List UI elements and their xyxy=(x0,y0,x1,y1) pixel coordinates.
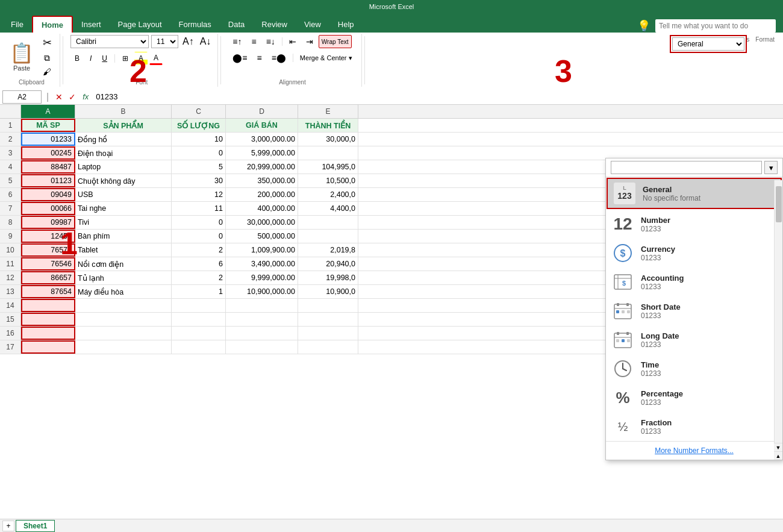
cell-a2[interactable]: 01233 xyxy=(21,133,75,146)
cell-b3[interactable]: Điện thoại xyxy=(75,146,172,160)
cell-c1[interactable]: SỐ LƯỢNG xyxy=(172,119,226,132)
cell-c17[interactable] xyxy=(172,340,226,354)
row-num-13[interactable]: 13 xyxy=(0,285,21,298)
cell-d2[interactable]: 3,000,000.00 xyxy=(226,133,298,146)
format-item-fraction[interactable]: ½ Fraction 01233 xyxy=(606,412,782,441)
cell-e11[interactable]: 20,940,0 xyxy=(298,257,358,271)
cell-e4[interactable]: 104,995,0 xyxy=(298,160,358,174)
cell-a14[interactable] xyxy=(21,299,75,312)
tab-home[interactable]: Home xyxy=(32,16,73,33)
row-num-7[interactable]: 7 xyxy=(0,202,21,215)
cell-b14[interactable] xyxy=(75,299,172,312)
cell-c10[interactable]: 2 xyxy=(172,243,226,257)
scroll-up-button[interactable]: ▲ xyxy=(774,451,782,460)
cell-e2[interactable]: 30,000,0 xyxy=(298,133,358,146)
row-num-1[interactable]: 1 xyxy=(0,119,21,132)
bottom-align-button[interactable]: ≡↓ xyxy=(262,35,279,48)
cell-a15[interactable] xyxy=(21,313,75,326)
cell-a6[interactable]: 09049 xyxy=(21,188,75,201)
cell-d17[interactable] xyxy=(226,340,298,354)
col-header-c[interactable]: C xyxy=(172,105,226,118)
cell-c4[interactable]: 5 xyxy=(172,160,226,174)
increase-font-button[interactable]: A↑ xyxy=(181,36,196,48)
format-item-percentage[interactable]: % Percentage 01233 xyxy=(606,383,782,412)
bold-button[interactable]: B xyxy=(70,52,84,65)
indent-right-button[interactable]: ⇥ xyxy=(302,35,317,48)
tab-help[interactable]: Help xyxy=(329,16,363,33)
col-header-d[interactable]: D xyxy=(226,105,298,118)
tab-page-layout[interactable]: Page Layout xyxy=(110,16,170,33)
cell-c5[interactable]: 30 xyxy=(172,174,226,187)
cell-b7[interactable]: Tai nghe xyxy=(75,202,172,215)
cell-b5[interactable]: Chuột không dây xyxy=(75,174,172,187)
tab-formulas[interactable]: Formulas xyxy=(170,16,220,33)
center-align-button[interactable]: ≡ xyxy=(253,51,266,64)
cell-b12[interactable]: Tủ lạnh xyxy=(75,271,172,284)
cell-d5[interactable]: 350,000.00 xyxy=(226,174,298,187)
cell-b17[interactable] xyxy=(75,340,172,354)
top-align-button[interactable]: ≡↑ xyxy=(228,35,246,48)
row-num-4[interactable]: 4 xyxy=(0,160,21,174)
cell-c13[interactable]: 1 xyxy=(172,285,226,298)
formula-confirm-button[interactable]: ✓ xyxy=(67,92,78,102)
format-item-short-date[interactable]: Short Date 01233 xyxy=(606,296,782,325)
right-align-button[interactable]: ≡⬤ xyxy=(267,51,290,64)
cell-a1[interactable]: MÃ SP xyxy=(21,119,75,132)
cell-b2[interactable]: Đồng hồ xyxy=(75,133,172,146)
tab-data[interactable]: Data xyxy=(220,16,253,33)
cell-b15[interactable] xyxy=(75,313,172,326)
cell-e8[interactable] xyxy=(298,216,358,229)
formula-fx-icon[interactable]: fx xyxy=(80,92,91,101)
cell-e9[interactable] xyxy=(298,230,358,243)
tab-insert[interactable]: Insert xyxy=(73,16,110,33)
cell-b1[interactable]: SẢN PHẨM xyxy=(75,119,172,132)
cell-a8[interactable]: 09987 xyxy=(21,216,75,229)
format-painter-button[interactable]: 🖌 xyxy=(38,66,56,78)
cell-d6[interactable]: 200,000.00 xyxy=(226,188,298,201)
font-color-button[interactable]: A xyxy=(149,52,163,65)
cell-a11[interactable]: 76546 xyxy=(21,257,75,271)
col-header-b[interactable]: B xyxy=(75,105,172,118)
cell-d8[interactable]: 30,000,000.00 xyxy=(226,216,298,229)
cell-d7[interactable]: 400,000.00 xyxy=(226,202,298,215)
cell-e7[interactable]: 4,400,0 xyxy=(298,202,358,215)
cell-reference-input[interactable] xyxy=(2,90,42,104)
row-num-8[interactable]: 8 xyxy=(0,216,21,229)
tab-review[interactable]: Review xyxy=(253,16,296,33)
cell-a17[interactable] xyxy=(21,340,75,354)
cell-d12[interactable]: 9,999,000.00 xyxy=(226,271,298,284)
cell-b10[interactable]: Tablet xyxy=(75,243,172,257)
scroll-down-button[interactable]: ▼ xyxy=(774,443,782,451)
cell-d16[interactable] xyxy=(226,327,298,340)
cell-c11[interactable]: 6 xyxy=(172,257,226,271)
copy-button[interactable]: ⧉ xyxy=(38,52,56,64)
row-num-6[interactable]: 6 xyxy=(0,188,21,201)
cell-e3[interactable] xyxy=(298,146,358,160)
cell-e13[interactable]: 10,900,0 xyxy=(298,285,358,298)
format-item-general[interactable]: L 123 General No specific format xyxy=(607,178,782,209)
row-num-14[interactable]: 14 xyxy=(0,299,21,312)
cell-a13[interactable]: 87654 xyxy=(21,285,75,298)
cell-d11[interactable]: 3,490,000.00 xyxy=(226,257,298,271)
cell-e14[interactable] xyxy=(298,299,358,312)
cell-d14[interactable] xyxy=(226,299,298,312)
cell-c7[interactable]: 11 xyxy=(172,202,226,215)
tell-me-input[interactable] xyxy=(655,19,776,33)
paste-button[interactable]: 📋 Paste xyxy=(7,40,36,73)
row-num-17[interactable]: 17 xyxy=(0,340,21,354)
cell-a4[interactable]: 88487 xyxy=(21,160,75,174)
cell-e10[interactable]: 2,019,8 xyxy=(298,243,358,257)
cell-d1[interactable]: GIÁ BÁN xyxy=(226,119,298,132)
cell-e16[interactable] xyxy=(298,327,358,340)
cell-c2[interactable]: 10 xyxy=(172,133,226,146)
format-dropdown-arrow[interactable]: ▾ xyxy=(764,161,778,174)
fill-color-button[interactable]: A xyxy=(134,52,148,65)
borders-button[interactable]: ⊞ xyxy=(118,52,133,65)
cut-button[interactable]: ✂ xyxy=(38,35,56,51)
cell-d10[interactable]: 1,009,900.00 xyxy=(226,243,298,257)
dropdown-scrollbar[interactable]: ▼ ▲ xyxy=(774,180,782,460)
cell-d3[interactable]: 5,999,000.00 xyxy=(226,146,298,160)
cell-c16[interactable] xyxy=(172,327,226,340)
cell-c12[interactable]: 2 xyxy=(172,271,226,284)
scrollbar-thumb[interactable] xyxy=(776,186,782,222)
